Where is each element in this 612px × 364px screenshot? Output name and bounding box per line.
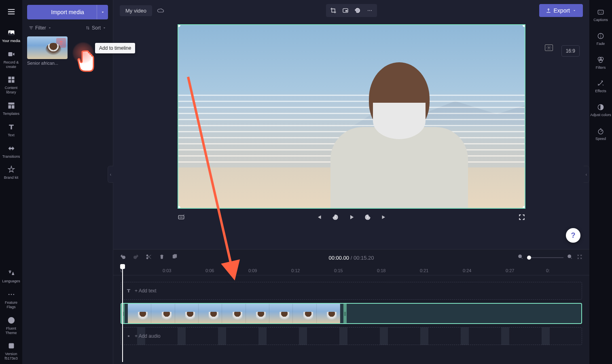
fullscreen-button[interactable] xyxy=(518,214,525,221)
redo-button[interactable] xyxy=(133,254,139,262)
delete-media-button[interactable] xyxy=(56,38,66,48)
pip-tool[interactable] xyxy=(340,6,351,15)
svg-rect-7 xyxy=(8,102,14,104)
step-back-button[interactable]: 5 xyxy=(332,214,339,221)
resize-handle[interactable] xyxy=(523,206,525,209)
sort-label: Sort xyxy=(92,25,101,31)
zoom-slider[interactable] xyxy=(527,257,563,258)
preview-section: 16:9 CC 5 5 xyxy=(113,21,589,249)
nav-content-library[interactable]: Content library xyxy=(0,72,22,98)
svg-point-37 xyxy=(598,129,603,134)
aspect-ratio-selector[interactable]: 16:9 xyxy=(561,45,580,57)
nav-version[interactable]: Version f5173e3 xyxy=(0,338,22,364)
ruler-tick: 0:18 xyxy=(377,268,385,273)
nav-languages[interactable]: Languages xyxy=(0,265,22,287)
ruler-tick: 0:21 xyxy=(420,268,428,273)
collapse-right-panel-button[interactable]: ‹ xyxy=(584,166,589,183)
add-to-timeline-tooltip: Add to timeline xyxy=(95,43,135,53)
help-button[interactable]: ? xyxy=(566,228,580,243)
canvas-tools xyxy=(326,4,377,17)
playhead-handle[interactable] xyxy=(120,264,125,269)
brand-icon xyxy=(7,165,16,174)
nav-label: Brand kit xyxy=(4,176,19,180)
svg-point-17 xyxy=(368,10,368,11)
nav-record-create[interactable]: Record & create xyxy=(0,47,22,72)
prop-adjust-colors[interactable]: Adjust colors xyxy=(589,99,612,121)
playback-controls: CC 5 5 xyxy=(178,209,525,226)
hamburger-menu[interactable] xyxy=(4,4,19,21)
crop-tool[interactable] xyxy=(328,6,339,15)
ruler-tick: 0:09 xyxy=(248,268,257,273)
chevron-down-icon[interactable] xyxy=(97,5,108,19)
clip-end-handle[interactable]: || xyxy=(343,304,347,323)
svg-rect-2 xyxy=(8,52,12,56)
delete-clip-button[interactable] xyxy=(159,254,165,262)
import-label: Import media xyxy=(51,9,84,15)
svg-point-18 xyxy=(369,10,370,11)
timeline-section: 00:00.00 / 00:15.20 0 0:03 0:06 0:09 0:1… xyxy=(113,249,589,364)
clip-thumbnails xyxy=(128,304,340,323)
split-button[interactable] xyxy=(146,254,152,262)
filter-button[interactable]: Filter xyxy=(29,25,52,31)
nav-your-media[interactable]: Your media xyxy=(0,25,22,47)
import-media-button[interactable]: Import media xyxy=(27,5,108,19)
nav-label: Feature Flags xyxy=(1,301,21,309)
nav-text[interactable]: Text xyxy=(0,119,22,141)
media-thumbnail[interactable] xyxy=(27,36,68,59)
step-forward-button[interactable]: 5 xyxy=(364,214,371,221)
timeline-tracks[interactable]: + Add text || || + Add audio xyxy=(113,275,589,364)
rotate-tool[interactable] xyxy=(352,6,363,15)
resize-handle[interactable] xyxy=(523,24,525,27)
svg-point-20 xyxy=(548,47,550,49)
text-track[interactable]: + Add text xyxy=(121,282,582,300)
prop-captions[interactable]: Captions xyxy=(589,4,612,26)
zoom-in-button[interactable] xyxy=(567,254,573,262)
skip-forward-button[interactable] xyxy=(380,214,388,221)
library-icon xyxy=(7,75,16,84)
preview-canvas[interactable] xyxy=(178,24,525,209)
cloud-sync-icon[interactable] xyxy=(157,6,164,15)
right-properties-rail: Captions Fade Filters Effects Adjust col… xyxy=(589,0,612,364)
export-button[interactable]: Export xyxy=(539,4,583,17)
theme-icon xyxy=(7,316,16,325)
nav-label: Content library xyxy=(1,86,21,95)
nav-fluent-theme[interactable]: Fluent Theme xyxy=(0,313,22,339)
svg-rect-14 xyxy=(9,344,14,349)
video-title-input[interactable]: My video xyxy=(120,5,152,16)
prop-speed[interactable]: Speed xyxy=(589,123,612,145)
captions-toggle[interactable]: CC xyxy=(178,214,185,221)
nav-brand-kit[interactable]: Brand kit xyxy=(0,162,22,183)
text-icon xyxy=(7,123,16,131)
audio-track[interactable]: + Add audio xyxy=(121,327,582,345)
svg-rect-4 xyxy=(11,77,14,80)
ruler-tick: 0:03 xyxy=(163,268,171,273)
resize-handle[interactable] xyxy=(178,206,180,209)
nav-transitions[interactable]: Transitions xyxy=(0,141,22,162)
media-panel: Import media Filter Sort Senior african.… xyxy=(22,0,113,364)
fit-button[interactable] xyxy=(576,254,583,262)
timecode-display: 00:00.00 / 00:15.20 xyxy=(328,255,374,261)
sort-button[interactable]: Sort xyxy=(85,25,106,31)
collapse-panel-button[interactable]: ‹ xyxy=(108,166,113,183)
video-clip[interactable]: || || xyxy=(121,303,582,324)
prop-filters[interactable]: Filters xyxy=(589,52,612,74)
left-nav-rail: Your media Record & create Content libra… xyxy=(0,0,22,364)
nav-templates[interactable]: Templates xyxy=(0,98,22,119)
duplicate-button[interactable] xyxy=(172,254,178,262)
zoom-out-button[interactable] xyxy=(517,254,524,262)
more-tools[interactable] xyxy=(364,6,375,15)
undo-button[interactable] xyxy=(120,254,126,262)
filter-label: Filter xyxy=(35,25,46,31)
svg-point-1 xyxy=(9,32,11,33)
prop-effects[interactable]: Effects xyxy=(589,75,612,97)
svg-point-35 xyxy=(599,59,602,62)
svg-rect-5 xyxy=(8,80,11,83)
resize-handle[interactable] xyxy=(178,24,180,27)
skip-back-button[interactable] xyxy=(316,214,323,221)
nav-feature-flags[interactable]: Feature Flags xyxy=(0,287,22,313)
zoom-controls xyxy=(517,254,583,262)
play-button[interactable] xyxy=(348,214,355,221)
timeline-ruler[interactable]: 0 0:03 0:06 0:09 0:12 0:15 0:18 0:21 0:2… xyxy=(113,266,589,275)
prop-fade[interactable]: Fade xyxy=(589,28,612,50)
canvas-settings-icon[interactable] xyxy=(545,44,553,51)
